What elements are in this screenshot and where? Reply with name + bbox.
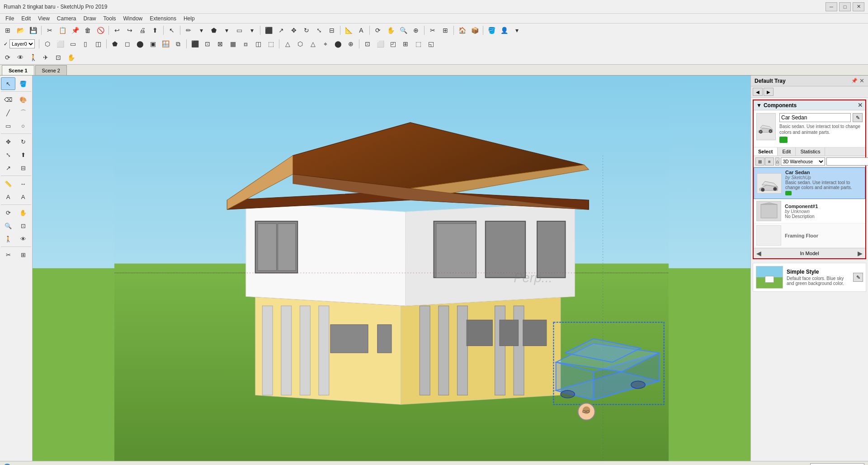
section-view5[interactable]: ⧈ (240, 38, 251, 49)
print-button[interactable]: 🖨 (137, 25, 148, 36)
zoom-left[interactable]: 🔍 (1, 219, 15, 232)
menu-window[interactable]: Window (120, 14, 146, 23)
follow-tool[interactable]: ↗ (275, 25, 287, 36)
close-button[interactable]: ✕ (853, 2, 864, 11)
views-top[interactable]: ⬜ (54, 38, 66, 49)
eraser-left[interactable]: ⌫ (1, 93, 15, 106)
copy-button[interactable]: 📋 (57, 25, 68, 36)
nav5[interactable]: ⊡ (52, 52, 64, 63)
paste-button[interactable]: 📌 (69, 25, 81, 36)
adv6[interactable]: ◱ (425, 38, 437, 49)
views-right[interactable]: ▯ (80, 38, 91, 49)
section-left[interactable]: ✂ (1, 248, 15, 261)
offset-tool[interactable]: ⊟ (326, 25, 338, 36)
list-item[interactable]: Framing Floor (754, 223, 865, 248)
section2-left[interactable]: ⊞ (16, 248, 30, 261)
views-back[interactable]: ◫ (92, 38, 104, 49)
pan-left[interactable]: ✋ (16, 206, 30, 219)
scale-tool[interactable]: ⤡ (313, 25, 325, 36)
style-btn3[interactable]: ⬤ (134, 38, 146, 49)
section-view4[interactable]: ▦ (227, 38, 239, 49)
menu-tools[interactable]: Tools (100, 14, 120, 23)
dims-left[interactable]: ↔ (16, 177, 30, 190)
move2-left[interactable]: ✥ (1, 135, 15, 148)
component-name-input[interactable] (779, 113, 851, 122)
select-tool-left[interactable]: ↖ (1, 77, 15, 90)
followme-left[interactable]: ↗ (1, 161, 15, 174)
save-button[interactable]: 💾 (27, 25, 39, 36)
menu-view[interactable]: View (34, 14, 53, 23)
arc-left[interactable]: ⌒ (16, 106, 30, 119)
pan-tool[interactable]: ✋ (385, 25, 396, 36)
menu-edit[interactable]: Edit (18, 14, 34, 23)
sandbox6[interactable]: ⊕ (345, 38, 357, 49)
erase-button[interactable]: 🗑 (82, 25, 94, 36)
viewport[interactable]: Perp... (33, 76, 750, 461)
pushpull-left[interactable]: ⬆ (16, 148, 30, 161)
search-input[interactable] (826, 157, 868, 166)
paint2-left[interactable]: 🎨 (16, 93, 30, 106)
paint-tool[interactable]: 🪣 (486, 25, 497, 36)
style-edit-btn[interactable]: ✎ (853, 273, 863, 282)
style-btn4[interactable]: ▣ (147, 38, 159, 49)
open-button[interactable]: 📂 (14, 25, 26, 36)
component-go-btn[interactable] (779, 137, 788, 143)
adv2[interactable]: ⬜ (374, 38, 386, 49)
select-tool[interactable]: ↖ (166, 25, 178, 36)
maximize-button[interactable]: □ (839, 2, 851, 11)
layer-select[interactable]: Layer0 (9, 39, 35, 48)
adv3[interactable]: ◰ (387, 38, 399, 49)
user-drop[interactable]: ▾ (511, 25, 523, 36)
text-tool[interactable]: A (355, 25, 367, 36)
scale2-left[interactable]: ⤡ (1, 148, 15, 161)
pencil-drop[interactable]: ▾ (195, 25, 207, 36)
zoom-tool[interactable]: 🔍 (397, 25, 409, 36)
no-button[interactable]: 🚫 (94, 25, 106, 36)
component-list[interactable]: Car Sedan by SketchUp Basic sedan. Use i… (754, 167, 865, 248)
nav2[interactable]: 👁 (14, 52, 26, 63)
section-tool[interactable]: ✂ (427, 25, 439, 36)
user-tool[interactable]: 👤 (498, 25, 510, 36)
views-iso[interactable]: ⬡ (42, 38, 53, 49)
nav4[interactable]: ✈ (40, 52, 52, 63)
minimize-button[interactable]: ─ (826, 2, 837, 11)
rect2-left[interactable]: ▭ (1, 119, 15, 132)
style-btn2[interactable]: ◻ (122, 38, 133, 49)
sandbox4[interactable]: ⌖ (320, 38, 331, 49)
section2-tool[interactable]: ⊞ (439, 25, 451, 36)
pencil-tool[interactable]: ✏ (183, 25, 194, 36)
menu-help[interactable]: Help (180, 14, 198, 23)
tray-btn1[interactable]: ◀ (753, 88, 763, 96)
distance-input[interactable] (810, 463, 864, 465)
zoom-in-tool[interactable]: ⊕ (410, 25, 422, 36)
source-select[interactable]: 3D Warehouse In Model Local Collections (781, 157, 825, 166)
tray-btn2[interactable]: ▶ (764, 88, 774, 96)
menu-draw[interactable]: Draw (80, 14, 100, 23)
component-tool[interactable]: 📦 (469, 25, 481, 36)
style-btn1[interactable]: ⬟ (109, 38, 121, 49)
adv4[interactable]: ⊞ (400, 38, 411, 49)
section-view3[interactable]: ⊠ (214, 38, 226, 49)
menu-file[interactable]: File (2, 14, 18, 23)
new-button[interactable]: ⊞ (2, 25, 14, 36)
text-left[interactable]: A (1, 190, 15, 203)
tab-statistics[interactable]: Statistics (796, 147, 825, 156)
tray-pin-btn[interactable]: 📌 (851, 77, 858, 84)
section-view7[interactable]: ⬚ (265, 38, 277, 49)
menu-camera[interactable]: Camera (53, 14, 80, 23)
cut-button[interactable]: ✂ (44, 25, 56, 36)
orbit-left[interactable]: ⟳ (1, 206, 15, 219)
undo-button[interactable]: ↩ (111, 25, 123, 36)
look-left[interactable]: 👁 (16, 232, 30, 245)
section-view6[interactable]: ◫ (252, 38, 264, 49)
paint-tool-left[interactable]: 🪣 (16, 77, 30, 90)
home-btn[interactable]: ⌂ (775, 157, 779, 166)
text3d-left[interactable]: A (16, 190, 30, 203)
line-left[interactable]: ╱ (1, 106, 15, 119)
orbit-tool[interactable]: ⟳ (372, 25, 384, 36)
section-view1[interactable]: ⬛ (189, 38, 201, 49)
style-btn5[interactable]: 🪟 (160, 38, 171, 49)
nav3[interactable]: 🚶 (27, 52, 39, 63)
rect-tool[interactable]: ▭ (233, 25, 245, 36)
shape-drop[interactable]: ▾ (221, 25, 232, 36)
